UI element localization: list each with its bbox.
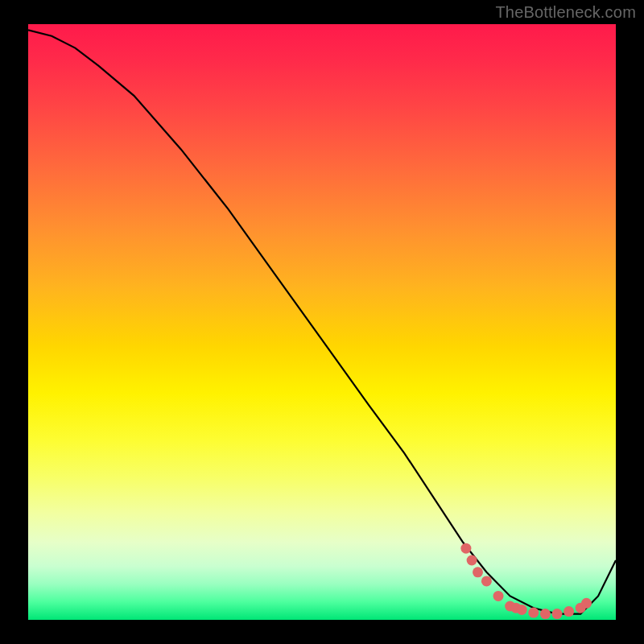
curve-marker [481,576,492,586]
curve-marker [581,598,592,609]
curve-marker [460,543,471,554]
curve-layer [28,24,616,620]
curve-marker [493,591,504,601]
watermark-text: TheBottleneck.com [495,3,636,22]
chart-frame: TheBottleneck.com [0,0,644,644]
curve-marker [467,555,477,566]
bottleneck-curve [28,30,616,613]
curve-marker [528,608,539,618]
curve-marker [564,606,574,617]
curve-markers [460,543,592,619]
curve-marker [517,605,527,615]
curve-marker [552,609,563,619]
curve-marker [540,609,551,619]
curve-marker [473,567,483,577]
plot-area [28,24,616,620]
